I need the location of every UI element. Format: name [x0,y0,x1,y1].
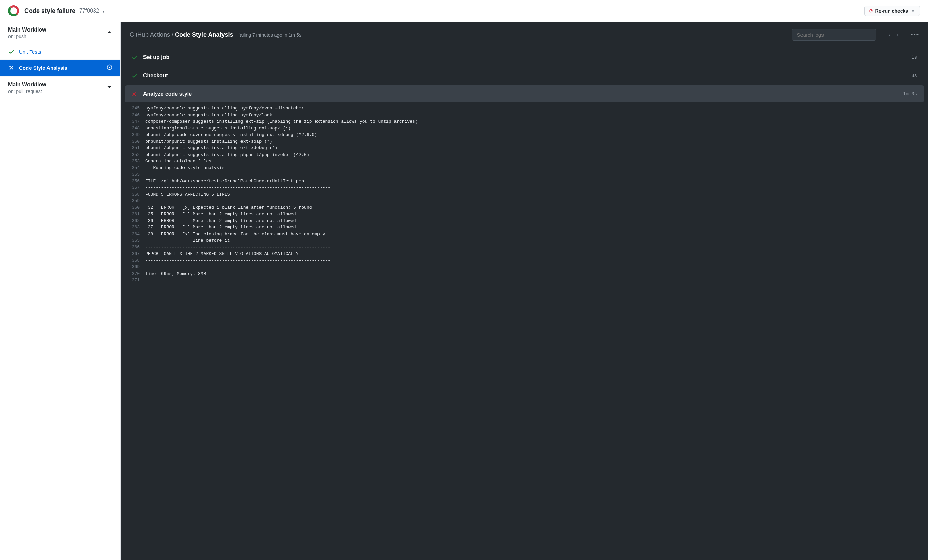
log-line: 345symfony/console suggests installing s… [124,105,925,112]
line-text: sebastian/global-state suggests installi… [145,125,291,132]
step-row[interactable]: Set up job 1s [125,49,924,66]
log-line: 369 [124,264,925,271]
line-number: 364 [130,231,145,237]
line-number: 346 [130,112,145,119]
step-name: Checkout [143,73,911,79]
log-line: 370Time: 69ms; Memory: 8MB [124,271,925,277]
status-logo [8,5,19,16]
prev-match-button[interactable]: ‹ [889,32,890,38]
breadcrumb-current: Code Style Analysis [175,31,233,38]
line-text: ----------------------------------------… [145,244,330,251]
job-list: Unit Tests Code Style Analysis [0,44,121,77]
step-row[interactable]: Analyze code style 1m 0s [125,85,924,102]
step-duration: 3s [911,73,917,78]
line-number: 367 [130,251,145,257]
line-text: composer/composer suggests installing ex… [145,118,418,125]
log-lines[interactable]: 345symfony/console suggests installing s… [124,104,925,288]
workflow-trigger: on: pull_request [8,88,106,94]
line-text: phpunit/php-code-coverage suggests insta… [145,131,317,138]
job-name: Code Style Analysis [19,65,107,71]
log-line: 349phpunit/php-code-coverage suggests in… [124,131,925,138]
main-layout: Main Workflow on: push Unit Tests [0,22,928,560]
workflow-header[interactable]: Main Workflow on: push [0,22,121,44]
page-title: Code style failure [24,8,75,15]
next-match-button[interactable]: › [897,32,899,38]
line-number: 356 [130,178,145,185]
sidebar-job-code-style[interactable]: Code Style Analysis [0,60,121,77]
log-line: 371 [124,277,925,284]
log-line: 346symfony/console suggests installing s… [124,112,925,119]
log-line: 361 35 | ERROR | [ ] More than 2 empty l… [124,211,925,218]
line-text: 36 | ERROR | [ ] More than 2 empty lines… [145,218,296,224]
log-line: 354---Running code style analysis--- [124,165,925,172]
line-text: ----------------------------------------… [145,184,330,191]
line-text: ----------------------------------------… [145,198,330,204]
line-text: symfony/console suggests installing symf… [145,112,272,119]
check-icon [131,55,138,60]
line-number: 359 [130,198,145,204]
x-icon [8,65,14,70]
line-number: 345 [130,105,145,112]
line-number: 368 [130,257,145,264]
line-number: 369 [130,264,145,271]
line-text: phpunit/phpunit suggests installing ext-… [145,145,278,152]
chevron-down-icon [106,84,112,92]
log-line: 355 [124,171,925,178]
sidebar-job-unit-tests[interactable]: Unit Tests [0,44,121,60]
log-line: 353Generating autoload files [124,158,925,165]
line-number: 349 [130,131,145,138]
chevron-up-icon [106,29,112,37]
log-line: 368-------------------------------------… [124,257,925,264]
refresh-icon: ⟳ [869,8,873,14]
check-icon [131,73,138,79]
line-text: FILE: /github/workspace/tests/DrupalPatc… [145,178,304,185]
log-line: 347composer/composer suggests installing… [124,118,925,125]
line-number: 366 [130,244,145,251]
breadcrumb-prefix: GitHub Actions / [130,31,175,38]
line-text: FOUND 5 ERRORS AFFECTING 5 LINES [145,191,230,198]
info-icon[interactable] [107,64,112,72]
x-icon [131,91,138,97]
log-line: 348sebastian/global-state suggests insta… [124,125,925,132]
line-text: 32 | ERROR | [x] Expected 1 blank line a… [145,204,312,211]
log-line: 360 32 | ERROR | [x] Expected 1 blank li… [124,204,925,211]
log-line: 351phpunit/phpunit suggests installing e… [124,145,925,152]
log-line: 367PHPCBF CAN FIX THE 2 MARKED SNIFF VIO… [124,251,925,257]
job-name: Unit Tests [19,49,112,55]
kebab-menu[interactable]: ••• [911,31,919,38]
caret-down-icon: ▼ [102,9,105,13]
line-number: 362 [130,218,145,224]
check-icon [8,49,14,55]
line-number: 365 [130,237,145,244]
line-text: PHPCBF CAN FIX THE 2 MARKED SNIFF VIOLAT… [145,251,299,257]
line-number: 352 [130,152,145,158]
log-line: 365 | | line before it [124,237,925,244]
commit-sha-text: 77f0032 [79,8,99,14]
log-line: 358FOUND 5 ERRORS AFFECTING 5 LINES [124,191,925,198]
step-row[interactable]: Checkout 3s [125,67,924,84]
steps-container: Set up job 1s Checkout 3s Analyze code s… [121,47,928,560]
header: Code style failure 77f0032 ▼ ⟳ Re-run ch… [0,0,928,22]
line-text: 35 | ERROR | [ ] More than 2 empty lines… [145,211,296,218]
search-logs-input[interactable] [792,29,876,41]
line-number: 371 [130,277,145,284]
log-line: 359-------------------------------------… [124,198,925,204]
log-nav-arrows: ‹ › [889,32,899,38]
breadcrumb: GitHub Actions / Code Style Analysis [130,31,233,38]
log-line: 350phpunit/phpunit suggests installing e… [124,138,925,145]
line-number: 353 [130,158,145,165]
run-status-text: failing 7 minutes ago in 1m 5s [238,32,301,38]
rerun-label: Re-run checks [875,8,908,14]
line-number: 358 [130,191,145,198]
commit-sha-dropdown[interactable]: 77f0032 ▼ [79,8,105,14]
line-number: 355 [130,171,145,178]
line-text: 38 | ERROR | [x] The closing brace for t… [145,231,325,237]
log-line: 357-------------------------------------… [124,184,925,191]
line-number: 361 [130,211,145,218]
step-name: Analyze code style [143,91,903,97]
caret-down-icon: ▼ [911,9,915,13]
workflow-header[interactable]: Main Workflow on: pull_request [0,77,121,99]
rerun-checks-button[interactable]: ⟳ Re-run checks ▼ [864,6,920,16]
line-text: Time: 69ms; Memory: 8MB [145,271,206,277]
log-line: 366-------------------------------------… [124,244,925,251]
